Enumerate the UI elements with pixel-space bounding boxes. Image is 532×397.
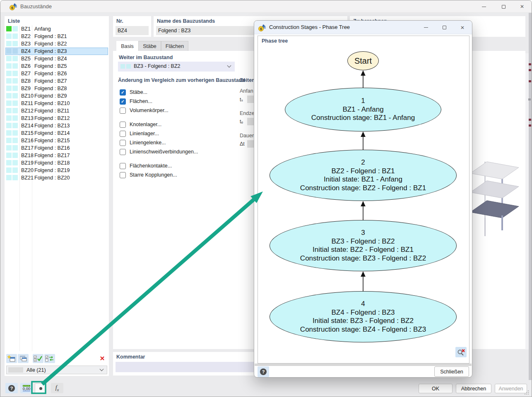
chevron-down-icon — [227, 64, 231, 68]
stage-name: Folgend : BZ15 — [34, 138, 70, 143]
close-dialog-button[interactable]: Schließen — [434, 366, 469, 377]
close-icon[interactable]: ✕ — [454, 21, 471, 34]
weiter-label: Weiter im Bauzustand — [119, 55, 173, 60]
stage-color-marker — [12, 41, 18, 46]
help-button[interactable]: ? — [258, 366, 269, 377]
ok-button[interactable]: OK — [419, 384, 453, 393]
list-item-BZ20[interactable]: BZ20Folgend : BZ19 — [5, 167, 108, 174]
maximize-icon[interactable] — [496, 0, 510, 13]
stage-id: BZ17 — [21, 145, 34, 151]
checkbox-row[interactable]: Liniengelenke... — [120, 138, 239, 147]
list-item-BZ9[interactable]: BZ9Folgend : BZ8 — [5, 85, 108, 92]
invert-selection-button[interactable] — [44, 354, 55, 363]
nr-field[interactable]: BZ4 — [116, 26, 149, 35]
stage-color-marker — [6, 41, 12, 46]
list-item-BZ18[interactable]: BZ18Folgend : BZ17 — [5, 152, 108, 159]
toggle-checks-icon — [45, 355, 54, 362]
phase-tree-canvas: Phase tree Start1 BZ1 - Anfang Construct… — [258, 36, 469, 364]
checkbox[interactable] — [120, 163, 126, 169]
list-item-BZ1[interactable]: BZ1Anfang — [5, 25, 108, 33]
copy-stage-button[interactable] — [18, 354, 29, 363]
list-item-BZ4[interactable]: BZ4Folgend : BZ3 — [5, 48, 108, 55]
stage-color-marker — [12, 160, 18, 165]
checkbox[interactable]: ✓ — [120, 98, 126, 105]
list-item-BZ15[interactable]: BZ15Folgend : BZ14 — [5, 129, 108, 137]
stage-id: BZ12 — [21, 108, 34, 114]
stage-color-marker — [12, 145, 18, 151]
checkbox[interactable] — [120, 149, 126, 155]
divider — [255, 364, 472, 366]
stage-name: Folgend : BZ16 — [34, 145, 70, 151]
checkbox-label: Stäbe... — [130, 89, 147, 95]
checkbox-row[interactable]: Starre Kopplungen... — [120, 170, 239, 179]
stage-color-marker — [6, 71, 12, 76]
checkbox[interactable] — [120, 131, 126, 137]
minimize-icon[interactable] — [477, 0, 491, 13]
tab-basis[interactable]: Basis — [116, 41, 138, 51]
resize-grip[interactable] — [528, 394, 529, 395]
delete-stage-button[interactable]: ✕ — [96, 354, 108, 363]
phase-node-stage-3: 3 BZ3 - Folgend : BZ2 Initial state: BZ2… — [270, 220, 457, 271]
checkbox-row[interactable]: Volumenkörper... — [120, 106, 239, 115]
tab-flächen[interactable]: Flächen — [161, 41, 188, 51]
help-button[interactable]: ? — [5, 383, 18, 393]
list-item-BZ21[interactable]: BZ21Folgend : BZ20 — [5, 174, 108, 182]
list-item-BZ2[interactable]: BZ2Folgend : BZ1 — [5, 33, 108, 40]
stage-color-marker — [12, 86, 18, 91]
list-item-BZ10[interactable]: BZ10Folgend : BZ9 — [5, 92, 108, 100]
list-item-BZ3[interactable]: BZ3Folgend : BZ2 — [5, 40, 108, 48]
tab-stäbe[interactable]: Stäbe — [138, 41, 161, 51]
list-item-BZ7[interactable]: BZ7Folgend : BZ6 — [5, 70, 108, 77]
minimize-icon[interactable] — [418, 21, 434, 34]
select-all-button[interactable] — [33, 354, 43, 363]
list-item-BZ17[interactable]: BZ17Folgend : BZ16 — [5, 144, 108, 152]
stage-name: Folgend : BZ10 — [34, 100, 70, 106]
list-item-BZ11[interactable]: BZ11Folgend : BZ10 — [5, 100, 108, 107]
list-item-BZ5[interactable]: BZ5Folgend : BZ4 — [5, 55, 108, 62]
window-title: Bauzustände — [20, 3, 52, 10]
checkbox-row[interactable]: Flächenkontakte... — [120, 161, 239, 170]
list-item-BZ14[interactable]: BZ14Folgend : BZ13 — [5, 122, 108, 129]
stage-id: BZ9 — [21, 86, 31, 91]
checkbox-row[interactable]: Linienlager... — [120, 129, 239, 138]
list-item-BZ8[interactable]: BZ8Folgend : BZ7 — [5, 77, 108, 85]
stage-id: BZ3 — [21, 41, 31, 47]
close-icon[interactable]: ✕ — [515, 0, 529, 13]
stage-id: BZ10 — [21, 93, 34, 99]
stage-name: Folgend : BZ3 — [34, 48, 67, 54]
stage-color-marker — [12, 123, 18, 128]
function-button[interactable]: fx — [51, 383, 63, 393]
checkbox-row[interactable]: Linienschweißverbindungen... — [120, 147, 239, 156]
checkbox[interactable]: ✓ — [120, 89, 126, 96]
checkbox[interactable] — [120, 122, 126, 128]
phase-tree-button[interactable] — [35, 383, 46, 393]
list-item-BZ12[interactable]: BZ12Folgend : BZ11 — [5, 107, 108, 115]
stage-color-marker — [6, 48, 12, 54]
list-item-BZ19[interactable]: BZ19Folgend : BZ18 — [5, 159, 108, 167]
clipped-content-mark — [529, 69, 531, 71]
list-item-BZ6[interactable]: BZ6Folgend : BZ5 — [5, 62, 108, 70]
checkbox-row[interactable]: ✓Stäbe... — [120, 88, 239, 97]
stage-id: BZ13 — [21, 115, 34, 121]
checkbox-row[interactable]: Knotenlager... — [120, 120, 239, 129]
checkbox[interactable] — [120, 172, 126, 178]
add-stage-button[interactable] — [6, 354, 17, 363]
checkbox-row[interactable]: ✓Flächen... — [120, 97, 239, 106]
stage-id: BZ15 — [21, 130, 34, 136]
checkbox[interactable] — [120, 108, 126, 114]
question-mark-icon: ? — [8, 385, 15, 392]
stage-color-marker — [6, 123, 12, 128]
stage-name: Folgend : BZ8 — [34, 86, 67, 91]
list-item-BZ16[interactable]: BZ16Folgend : BZ15 — [5, 137, 108, 144]
next-stage-dropdown[interactable]: BZ3 - Folgend : BZ2 — [118, 62, 235, 72]
stage-color-marker — [6, 100, 12, 106]
decimal-places-button[interactable]: 0,00 — [20, 383, 33, 393]
checkbox-label: Starre Kopplungen... — [130, 172, 177, 178]
list-filter-dropdown[interactable]: Alle (21) — [6, 366, 107, 374]
decimal-places-label: 0,00 — [23, 387, 31, 391]
main-title-bar: Bauzustände ✕ — [0, 0, 532, 13]
maximize-icon[interactable] — [436, 21, 453, 34]
list-item-BZ13[interactable]: BZ13Folgend : BZ12 — [5, 115, 108, 122]
cancel-button[interactable]: Abbrechen — [456, 384, 491, 393]
checkbox[interactable] — [120, 140, 126, 146]
